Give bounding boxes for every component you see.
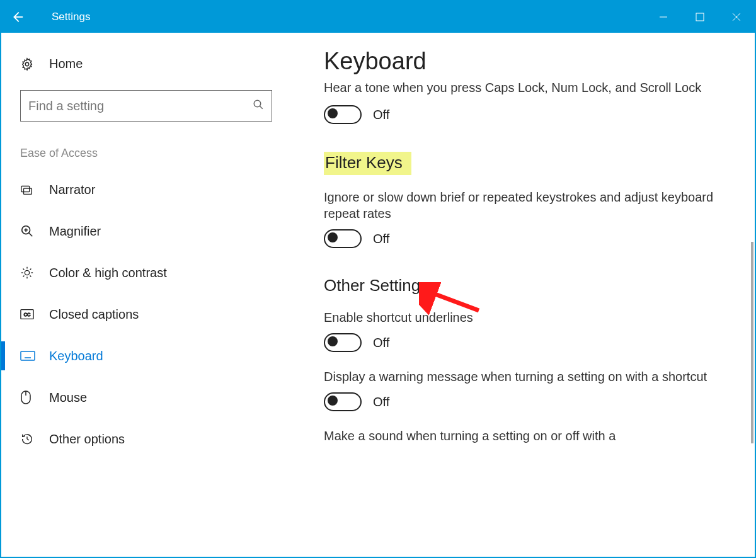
- other-settings-heading: Other Settings: [324, 276, 723, 295]
- svg-rect-2: [696, 13, 704, 21]
- sidebar-item-narrator[interactable]: Narrator: [1, 169, 291, 210]
- sidebar-item-other-options[interactable]: Other options: [1, 418, 291, 460]
- sidebar-item-closed-captions[interactable]: CC Closed captions: [1, 293, 291, 335]
- underlines-description: Enable shortcut underlines: [324, 309, 723, 326]
- search-box[interactable]: [20, 90, 272, 122]
- search-input[interactable]: [28, 99, 253, 113]
- sidebar-home-label: Home: [49, 57, 83, 71]
- close-button[interactable]: [718, 1, 755, 33]
- sidebar-item-keyboard[interactable]: Keyboard: [1, 335, 291, 377]
- filter-keys-toggle[interactable]: [324, 229, 362, 248]
- svg-text:CC: CC: [24, 312, 31, 317]
- svg-point-6: [254, 100, 261, 107]
- keyboard-icon: [20, 351, 49, 361]
- svg-line-20: [30, 276, 32, 277]
- svg-line-22: [23, 276, 25, 277]
- sidebar-item-magnifier[interactable]: Magnifier: [1, 210, 291, 252]
- sidebar: Home Ease of Access Narrator: [1, 33, 291, 557]
- search-icon: [253, 99, 264, 113]
- sidebar-section-label: Ease of Access: [20, 147, 272, 160]
- narrator-icon: [20, 183, 49, 196]
- sidebar-item-color-contrast[interactable]: Color & high contrast: [1, 252, 291, 293]
- scrollbar-thumb[interactable]: [751, 242, 753, 443]
- tone-description: Hear a tone when you press Caps Lock, Nu…: [324, 79, 723, 96]
- window-controls: [645, 1, 755, 33]
- svg-rect-9: [24, 188, 32, 194]
- title-bar: Settings: [1, 1, 755, 33]
- minimize-button[interactable]: [645, 1, 682, 33]
- main-panel: Keyboard Hear a tone when you press Caps…: [291, 33, 755, 557]
- sidebar-item-label: Keyboard: [49, 349, 103, 363]
- sidebar-item-label: Narrator: [49, 183, 95, 197]
- sidebar-item-label: Color & high contrast: [49, 266, 167, 280]
- svg-line-34: [27, 439, 29, 440]
- maximize-button[interactable]: [682, 1, 718, 33]
- filter-keys-toggle-state: Off: [373, 232, 389, 246]
- filter-keys-heading-text: Filter Keys: [324, 152, 411, 175]
- mouse-icon: [20, 390, 49, 405]
- svg-line-21: [30, 269, 32, 270]
- brightness-icon: [20, 266, 49, 280]
- tone-toggle-state: Off: [373, 108, 389, 122]
- sidebar-home[interactable]: Home: [1, 52, 291, 76]
- clock-arrow-icon: [20, 432, 49, 446]
- window-title: Settings: [52, 11, 90, 23]
- gear-icon: [20, 57, 49, 71]
- sidebar-item-label: Closed captions: [49, 307, 139, 322]
- sidebar-item-label: Mouse: [49, 390, 87, 405]
- sidebar-item-label: Magnifier: [49, 224, 101, 239]
- svg-point-5: [25, 62, 29, 66]
- magnifier-icon: [20, 224, 49, 238]
- svg-line-7: [260, 106, 263, 109]
- svg-rect-25: [21, 351, 35, 360]
- warning-description: Display a warning message when turning a…: [324, 368, 723, 385]
- sound-description: Make a sound when turning a setting on o…: [324, 428, 723, 444]
- svg-line-19: [23, 269, 25, 270]
- svg-line-11: [29, 233, 33, 237]
- underlines-toggle-state: Off: [373, 336, 389, 350]
- warning-toggle-state: Off: [373, 395, 389, 409]
- filter-keys-description: Ignore or slow down brief or repeated ke…: [324, 189, 723, 222]
- tone-toggle[interactable]: [324, 105, 362, 124]
- warning-toggle[interactable]: [324, 392, 362, 411]
- page-title: Keyboard: [324, 48, 723, 75]
- svg-rect-8: [21, 186, 30, 192]
- underlines-toggle[interactable]: [324, 333, 362, 352]
- sidebar-item-mouse[interactable]: Mouse: [1, 377, 291, 418]
- cc-icon: CC: [20, 309, 49, 320]
- back-button[interactable]: [1, 1, 33, 33]
- svg-point-14: [25, 270, 29, 275]
- sidebar-item-label: Other options: [49, 432, 125, 447]
- filter-keys-heading: Filter Keys: [324, 152, 723, 175]
